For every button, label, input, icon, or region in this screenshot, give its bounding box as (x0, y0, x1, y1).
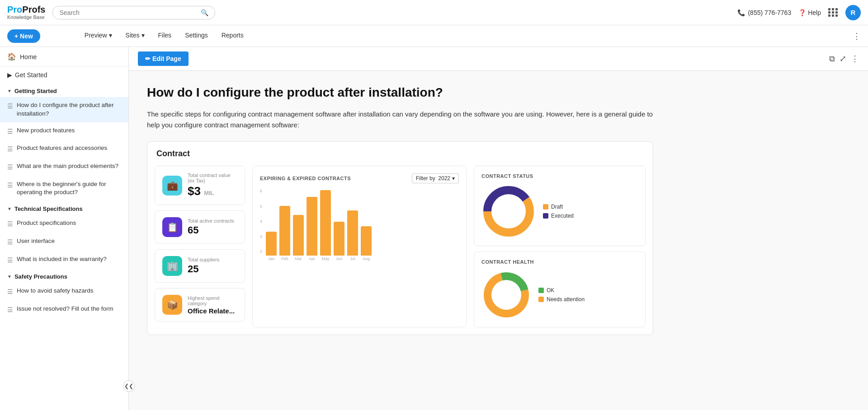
bars-container: Jan Feb Mar (266, 189, 372, 261)
search-icon: 🔍 (201, 9, 208, 16)
sidebar-item-fill-form[interactable]: ☰ Issue not resolved? Fill out the form (0, 301, 128, 319)
sidebar-item-new-features-label: New product features (17, 126, 75, 135)
bar-label: Apr (309, 256, 315, 261)
chevron-down-icon: ▾ (452, 175, 455, 182)
stat-info-value: Total contract value (ex Tax) $3 MIL (188, 172, 237, 198)
bar-label: Jun (336, 256, 343, 261)
top-nav-left: ProProfs Knowledge Base 🔍 (7, 5, 215, 20)
bar (347, 210, 358, 256)
donut-content-health: OK Needs attention (481, 270, 638, 320)
page-intro: The specific steps for configuring contr… (147, 109, 653, 130)
stat-card-value: 💼 Total contract value (ex Tax) $3 MIL (155, 166, 245, 205)
help-label: Help (808, 9, 821, 16)
stat-icon-spend: 📦 (162, 295, 182, 315)
edit-bar: ✏ Edit Page ⧉ ⤢ ⋮ (129, 47, 868, 71)
sidebar-item-configure[interactable]: ☰ How do I configure the product after i… (0, 97, 128, 122)
menu-icon[interactable]: ⋮ (851, 54, 859, 64)
sidebar-item-product-spec[interactable]: ☰ Product specifications (0, 215, 128, 233)
get-started-row[interactable]: ▶ Get Started (0, 67, 128, 83)
safety-hazards-label: How to avoid safety hazards (17, 287, 94, 295)
chevron-right-icon: ▶ (7, 71, 12, 79)
legend-dot-executed (543, 213, 548, 219)
bar-label: Jan (268, 256, 275, 261)
legend-label-draft: Draft (551, 204, 563, 210)
legend-executed: Executed (543, 213, 574, 219)
bar (320, 190, 331, 256)
page-icon: ☰ (7, 238, 13, 247)
bar-group: Apr (307, 197, 317, 261)
page-icon: ☰ (7, 220, 13, 229)
warranty-label: What is included in the warranty? (17, 255, 107, 264)
user-avatar[interactable]: R (845, 5, 861, 20)
tech-spec-label: Technical Specifications (14, 205, 83, 212)
edit-icons: ⧉ ⤢ ⋮ (829, 54, 859, 64)
expand-icon[interactable]: ⤢ (840, 54, 846, 64)
get-started-label: Get Started (15, 71, 47, 79)
stat-label-spend: Highest spend category (188, 295, 237, 306)
phone-number: (855) 776-7763 (748, 9, 791, 16)
bar-label: May (322, 256, 330, 261)
legend-ok: OK (538, 287, 585, 294)
stat-icon-active: 📋 (162, 217, 182, 237)
page-icon: ☰ (7, 145, 13, 154)
sidebar-home[interactable]: 🏠 Home (0, 47, 128, 67)
stat-label-suppliers: Total suppliers (188, 257, 219, 262)
second-nav: + New Preview ▾ Sites ▾ Files Settings R… (0, 25, 868, 47)
sidebar-item-ui[interactable]: ☰ User interface (0, 233, 128, 251)
health-donut-chart (481, 270, 531, 320)
filter-button[interactable]: Filter by 2022 ▾ (412, 173, 459, 183)
sidebar-item-warranty[interactable]: ☰ What is included in the warranty? (0, 251, 128, 269)
edit-page-button[interactable]: ✏ Edit Page (138, 51, 189, 66)
contract-status-title: CONTRACT STATUS (481, 173, 638, 179)
help-link[interactable]: ❓ Help (798, 9, 821, 16)
search-box[interactable]: 🔍 (52, 6, 215, 19)
safety-section[interactable]: ▼ Safety Precautions (0, 269, 128, 283)
sidebar-item-features-accessories[interactable]: ☰ Product features and accessories (0, 140, 128, 158)
health-legend: OK Needs attention (538, 287, 585, 303)
stat-card-spend: 📦 Highest spend category Office Relate..… (155, 288, 245, 321)
copy-icon[interactable]: ⧉ (829, 54, 835, 64)
stat-label: Total contract value (ex Tax) (188, 172, 237, 183)
new-button[interactable]: + New (7, 29, 40, 43)
page-icon: ☰ (7, 163, 13, 172)
nav-settings[interactable]: Settings (179, 26, 214, 46)
stats-column: 💼 Total contract value (ex Tax) $3 MIL 📋… (155, 166, 245, 327)
chart-title: EXPIRING & EXPIRED CONTRACTS (260, 176, 351, 181)
nav-preview[interactable]: Preview ▾ (78, 26, 118, 46)
hamburger-icon[interactable]: ⋮ (845, 31, 868, 41)
chevron-down-icon: ▼ (7, 89, 12, 93)
sidebar-item-safety-hazards[interactable]: ☰ How to avoid safety hazards (0, 283, 128, 301)
tech-spec-section[interactable]: ▼ Technical Specifications (0, 201, 128, 215)
logo: ProProfs Knowledge Base (7, 5, 45, 20)
collapse-sidebar-btn[interactable]: ❮❮ (123, 380, 135, 392)
nav-files[interactable]: Files (152, 26, 178, 46)
stat-card-active: 📋 Total active contracts 65 (155, 210, 245, 244)
sidebar-item-main-elements[interactable]: ☰ What are the main product elements? (0, 158, 128, 176)
ui-label: User interface (17, 237, 55, 246)
top-nav: ProProfs Knowledge Base 🔍 📞 (855) 776-77… (0, 0, 868, 25)
nav-reports[interactable]: Reports (215, 26, 250, 46)
page-icon: ☰ (7, 288, 13, 297)
page-icon: ☰ (7, 256, 13, 265)
contract-status-card: CONTRACT STATUS D (474, 166, 646, 246)
nav-sites[interactable]: Sites ▾ (119, 26, 151, 46)
help-icon: ❓ (798, 9, 806, 16)
sidebar-home-label: Home (20, 53, 37, 61)
page-title: How do I configure the product after ins… (147, 84, 653, 101)
top-nav-right: 📞 (855) 776-7763 ❓ Help R (737, 5, 861, 20)
apps-icon[interactable] (828, 8, 838, 17)
legend-dot-draft (543, 204, 548, 210)
content-body: How do I configure the product after ins… (129, 71, 671, 349)
getting-started-section[interactable]: ▼ Getting Started (0, 83, 128, 97)
legend-label-attention: Needs attention (547, 296, 585, 303)
sidebar-item-new-features[interactable]: ☰ New product features (0, 122, 128, 140)
safety-label: Safety Precautions (14, 273, 67, 280)
getting-started-label: Getting Started (14, 88, 57, 94)
sidebar-item-features-label: Product features and accessories (17, 144, 107, 153)
sidebar-item-beginners-guide[interactable]: ☰ Where is the beginner's guide for oper… (0, 176, 128, 201)
stat-icon-suppliers: 🏢 (162, 256, 182, 276)
stat-label-active: Total active contracts (188, 218, 234, 224)
search-input[interactable] (59, 9, 197, 16)
y-label-2: 2 (260, 249, 262, 254)
dashboard-grid: 💼 Total contract value (ex Tax) $3 MIL 📋… (155, 166, 646, 327)
